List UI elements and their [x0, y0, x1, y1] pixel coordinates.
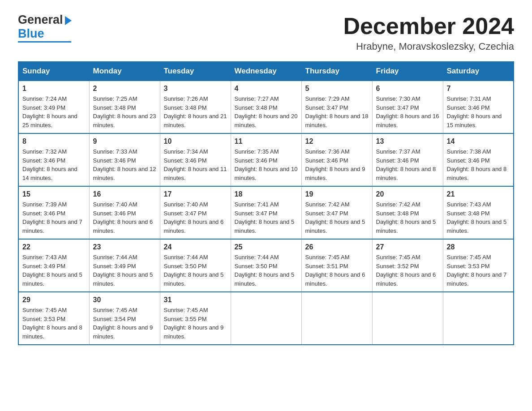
- table-row: 21 Sunrise: 7:43 AMSunset: 3:48 PMDaylig…: [443, 186, 514, 239]
- day-info: Sunrise: 7:45 AMSunset: 3:52 PMDaylight:…: [376, 253, 439, 288]
- day-number: 13: [376, 137, 439, 146]
- day-info: Sunrise: 7:45 AMSunset: 3:53 PMDaylight:…: [447, 253, 510, 288]
- title-block: December 2024 Hrabyne, Moravskoslezsky, …: [343, 13, 514, 52]
- col-sunday: Sunday: [18, 62, 89, 81]
- day-number: 10: [164, 137, 227, 146]
- day-number: 25: [235, 243, 298, 251]
- table-row: 31 Sunrise: 7:45 AMSunset: 3:55 PMDaylig…: [160, 292, 231, 345]
- day-number: 4: [235, 85, 298, 93]
- day-info: Sunrise: 7:44 AMSunset: 3:50 PMDaylight:…: [164, 253, 227, 288]
- day-info: Sunrise: 7:34 AMSunset: 3:46 PMDaylight:…: [164, 147, 227, 182]
- day-number: 5: [305, 85, 369, 93]
- day-info: Sunrise: 7:35 AMSunset: 3:46 PMDaylight:…: [235, 147, 298, 182]
- day-number: 29: [22, 296, 86, 304]
- table-row: 9 Sunrise: 7:33 AMSunset: 3:46 PMDayligh…: [89, 133, 160, 186]
- table-row: 27 Sunrise: 7:45 AMSunset: 3:52 PMDaylig…: [372, 239, 443, 292]
- table-row: 25 Sunrise: 7:44 AMSunset: 3:50 PMDaylig…: [231, 239, 301, 292]
- day-number: 1: [22, 85, 86, 93]
- table-row: [443, 292, 514, 345]
- col-wednesday: Wednesday: [231, 62, 301, 81]
- day-number: 12: [305, 137, 369, 146]
- table-row: 20 Sunrise: 7:42 AMSunset: 3:48 PMDaylig…: [372, 186, 443, 239]
- day-number: 30: [93, 296, 156, 304]
- day-info: Sunrise: 7:39 AMSunset: 3:46 PMDaylight:…: [22, 200, 86, 235]
- table-row: 15 Sunrise: 7:39 AMSunset: 3:46 PMDaylig…: [18, 186, 89, 239]
- col-thursday: Thursday: [301, 62, 372, 81]
- logo-blue-row: Blue: [18, 27, 72, 43]
- table-row: 22 Sunrise: 7:43 AMSunset: 3:49 PMDaylig…: [18, 239, 89, 292]
- table-row: 19 Sunrise: 7:42 AMSunset: 3:47 PMDaylig…: [301, 186, 372, 239]
- day-number: 6: [376, 85, 439, 93]
- day-number: 20: [376, 190, 439, 198]
- table-row: 1 Sunrise: 7:24 AMSunset: 3:49 PMDayligh…: [18, 81, 89, 133]
- calendar-week-5: 29 Sunrise: 7:45 AMSunset: 3:53 PMDaylig…: [18, 292, 514, 345]
- day-number: 31: [164, 296, 227, 304]
- table-row: 14 Sunrise: 7:38 AMSunset: 3:46 PMDaylig…: [443, 133, 514, 186]
- col-friday: Friday: [372, 62, 443, 81]
- table-row: 24 Sunrise: 7:44 AMSunset: 3:50 PMDaylig…: [160, 239, 231, 292]
- page-header: General Blue December 2024 Hrabyne, Mora…: [18, 13, 514, 52]
- day-info: Sunrise: 7:26 AMSunset: 3:48 PMDaylight:…: [164, 94, 227, 129]
- table-row: 5 Sunrise: 7:29 AMSunset: 3:47 PMDayligh…: [301, 81, 372, 133]
- day-number: 15: [22, 190, 86, 198]
- day-number: 8: [22, 137, 86, 146]
- calendar-week-3: 15 Sunrise: 7:39 AMSunset: 3:46 PMDaylig…: [18, 186, 514, 239]
- day-number: 19: [305, 190, 369, 198]
- calendar-header-row: Sunday Monday Tuesday Wednesday Thursday…: [18, 62, 514, 81]
- col-tuesday: Tuesday: [160, 62, 231, 81]
- calendar-table: Sunday Monday Tuesday Wednesday Thursday…: [18, 61, 514, 345]
- day-info: Sunrise: 7:25 AMSunset: 3:48 PMDaylight:…: [93, 94, 156, 129]
- table-row: 3 Sunrise: 7:26 AMSunset: 3:48 PMDayligh…: [160, 81, 231, 133]
- day-number: 7: [447, 85, 510, 93]
- day-number: 18: [235, 190, 298, 198]
- table-row: [372, 292, 443, 345]
- day-number: 22: [22, 243, 86, 251]
- day-number: 3: [164, 85, 227, 93]
- day-number: 2: [93, 85, 156, 93]
- col-saturday: Saturday: [443, 62, 514, 81]
- day-info: Sunrise: 7:30 AMSunset: 3:47 PMDaylight:…: [376, 94, 439, 129]
- logo-general: General: [18, 13, 72, 27]
- day-info: Sunrise: 7:41 AMSunset: 3:47 PMDaylight:…: [235, 200, 298, 235]
- table-row: 8 Sunrise: 7:32 AMSunset: 3:46 PMDayligh…: [18, 133, 89, 186]
- day-number: 17: [164, 190, 227, 198]
- day-info: Sunrise: 7:45 AMSunset: 3:54 PMDaylight:…: [93, 306, 156, 341]
- day-info: Sunrise: 7:33 AMSunset: 3:46 PMDaylight:…: [93, 147, 156, 182]
- day-info: Sunrise: 7:44 AMSunset: 3:49 PMDaylight:…: [93, 253, 156, 288]
- day-info: Sunrise: 7:27 AMSunset: 3:48 PMDaylight:…: [235, 94, 298, 129]
- calendar-week-4: 22 Sunrise: 7:43 AMSunset: 3:49 PMDaylig…: [18, 239, 514, 292]
- day-info: Sunrise: 7:43 AMSunset: 3:49 PMDaylight:…: [22, 253, 86, 288]
- table-row: 16 Sunrise: 7:40 AMSunset: 3:46 PMDaylig…: [89, 186, 160, 239]
- table-row: [301, 292, 372, 345]
- main-title: December 2024: [343, 13, 514, 39]
- day-info: Sunrise: 7:42 AMSunset: 3:48 PMDaylight:…: [376, 200, 439, 235]
- subtitle: Hrabyne, Moravskoslezsky, Czechia: [343, 41, 514, 52]
- day-info: Sunrise: 7:42 AMSunset: 3:47 PMDaylight:…: [305, 200, 369, 235]
- day-info: Sunrise: 7:24 AMSunset: 3:49 PMDaylight:…: [22, 94, 86, 129]
- day-number: 21: [447, 190, 510, 198]
- day-info: Sunrise: 7:37 AMSunset: 3:46 PMDaylight:…: [376, 147, 439, 182]
- logo: General Blue: [18, 13, 72, 43]
- day-info: Sunrise: 7:40 AMSunset: 3:47 PMDaylight:…: [164, 200, 227, 235]
- table-row: 7 Sunrise: 7:31 AMSunset: 3:46 PMDayligh…: [443, 81, 514, 133]
- table-row: 29 Sunrise: 7:45 AMSunset: 3:53 PMDaylig…: [18, 292, 89, 345]
- table-row: 26 Sunrise: 7:45 AMSunset: 3:51 PMDaylig…: [301, 239, 372, 292]
- table-row: 4 Sunrise: 7:27 AMSunset: 3:48 PMDayligh…: [231, 81, 301, 133]
- day-number: 23: [93, 243, 156, 251]
- table-row: [231, 292, 301, 345]
- day-number: 24: [164, 243, 227, 251]
- calendar-week-2: 8 Sunrise: 7:32 AMSunset: 3:46 PMDayligh…: [18, 133, 514, 186]
- table-row: 18 Sunrise: 7:41 AMSunset: 3:47 PMDaylig…: [231, 186, 301, 239]
- table-row: 23 Sunrise: 7:44 AMSunset: 3:49 PMDaylig…: [89, 239, 160, 292]
- day-number: 14: [447, 137, 510, 146]
- day-info: Sunrise: 7:45 AMSunset: 3:51 PMDaylight:…: [305, 253, 369, 288]
- day-info: Sunrise: 7:29 AMSunset: 3:47 PMDaylight:…: [305, 94, 369, 129]
- table-row: 11 Sunrise: 7:35 AMSunset: 3:46 PMDaylig…: [231, 133, 301, 186]
- day-number: 28: [447, 243, 510, 251]
- day-number: 26: [305, 243, 369, 251]
- calendar-week-1: 1 Sunrise: 7:24 AMSunset: 3:49 PMDayligh…: [18, 81, 514, 133]
- table-row: 2 Sunrise: 7:25 AMSunset: 3:48 PMDayligh…: [89, 81, 160, 133]
- table-row: 13 Sunrise: 7:37 AMSunset: 3:46 PMDaylig…: [372, 133, 443, 186]
- day-number: 16: [93, 190, 156, 198]
- day-info: Sunrise: 7:38 AMSunset: 3:46 PMDaylight:…: [447, 147, 510, 182]
